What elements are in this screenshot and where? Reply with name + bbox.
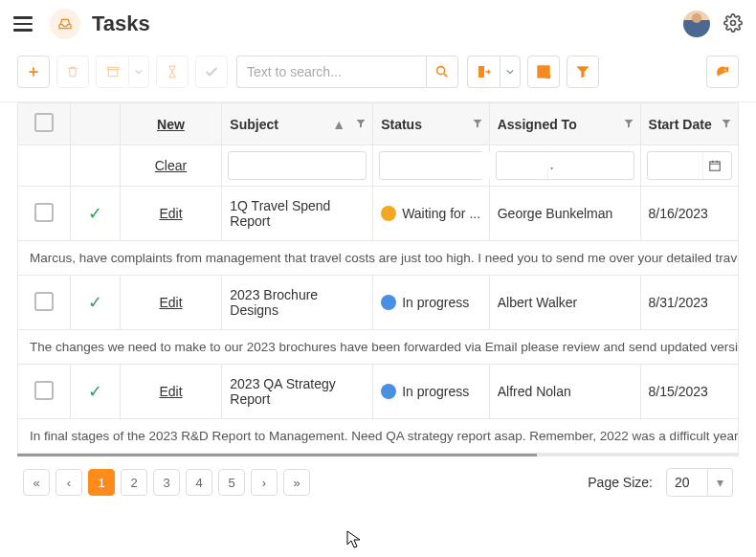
table-row: ✓ Edit 2023 Brochure Designs In progress… bbox=[18, 276, 739, 330]
filter-assigned-input[interactable] bbox=[502, 153, 628, 167]
cell-status: In progress bbox=[402, 295, 469, 310]
row-checkbox[interactable] bbox=[34, 203, 54, 222]
status-progress-icon bbox=[381, 295, 396, 310]
page-next-button[interactable]: › bbox=[251, 469, 278, 496]
cell-start-date: 8/15/2023 bbox=[640, 365, 738, 419]
cell-assigned: George Bunkelman bbox=[489, 187, 640, 241]
edit-link[interactable]: Edit bbox=[159, 384, 182, 399]
filter-icon[interactable] bbox=[623, 117, 634, 132]
cell-status: In progress bbox=[402, 384, 469, 399]
row-description: In final stages of the 2023 R&D Report t… bbox=[18, 419, 739, 454]
user-avatar[interactable] bbox=[683, 11, 710, 37]
cell-subject: 1Q Travel Spend Report bbox=[222, 187, 373, 241]
column-new[interactable]: New bbox=[120, 103, 222, 145]
filter-status-select[interactable]: ▾ bbox=[379, 151, 483, 180]
filter-icon[interactable] bbox=[472, 117, 483, 132]
settings-button[interactable] bbox=[723, 13, 743, 35]
status-check-icon: ✓ bbox=[88, 293, 102, 312]
column-select-all[interactable] bbox=[18, 103, 71, 145]
page-number-button[interactable]: 4 bbox=[186, 469, 212, 496]
pagesize-value[interactable]: 20 bbox=[666, 468, 708, 497]
cell-assigned: Alfred Nolan bbox=[489, 365, 640, 419]
search-button[interactable] bbox=[426, 56, 458, 88]
status-check-icon: ✓ bbox=[88, 204, 102, 223]
edit-link[interactable]: Edit bbox=[159, 295, 182, 310]
delete-button[interactable] bbox=[56, 56, 89, 88]
page-number-button[interactable]: 1 bbox=[88, 469, 115, 496]
table-row: ✓ Edit 1Q Travel Spend Report Waiting fo… bbox=[18, 187, 739, 241]
clear-filter-button[interactable]: Clear bbox=[155, 158, 187, 173]
add-button[interactable] bbox=[17, 56, 50, 88]
page-number-button[interactable]: 2 bbox=[121, 469, 147, 496]
filter-subject-input[interactable] bbox=[234, 153, 360, 167]
column-status[interactable]: Status bbox=[373, 103, 490, 145]
svg-rect-1 bbox=[108, 70, 117, 77]
page-first-button[interactable]: « bbox=[23, 469, 50, 496]
archive-dropdown[interactable] bbox=[128, 56, 149, 88]
cell-assigned: Albert Walker bbox=[489, 276, 640, 330]
filter-toggle-button[interactable] bbox=[567, 56, 599, 88]
sort-asc-icon: ▲ bbox=[332, 117, 345, 132]
cell-status: Waiting for ... bbox=[402, 206, 480, 221]
archive-button[interactable] bbox=[96, 56, 128, 88]
column-subject[interactable]: Subject ▲ bbox=[222, 103, 373, 145]
search-input[interactable] bbox=[236, 56, 426, 88]
status-check-icon: ✓ bbox=[88, 382, 102, 401]
page-number-button[interactable]: 3 bbox=[153, 469, 180, 496]
cell-subject: 2023 Brochure Designs bbox=[222, 276, 373, 330]
svg-rect-5 bbox=[709, 162, 720, 170]
status-progress-icon bbox=[381, 384, 396, 399]
cell-subject: 2023 QA Strategy Report bbox=[222, 365, 373, 419]
pagesize-label: Page Size: bbox=[588, 475, 653, 490]
column-assigned[interactable]: Assigned To bbox=[489, 103, 640, 145]
page-title: Tasks bbox=[92, 11, 150, 36]
svg-point-2 bbox=[437, 67, 445, 75]
filter-date-input[interactable] bbox=[647, 151, 732, 180]
cell-start-date: 8/31/2023 bbox=[640, 276, 738, 330]
filter-icon[interactable] bbox=[355, 117, 367, 132]
column-action bbox=[71, 103, 120, 145]
hourglass-button[interactable] bbox=[156, 56, 189, 88]
svg-point-4 bbox=[545, 74, 550, 78]
columns-button[interactable] bbox=[527, 56, 560, 88]
check-button[interactable] bbox=[195, 56, 228, 88]
refresh-button[interactable] bbox=[706, 56, 739, 88]
export-button[interactable] bbox=[467, 56, 500, 88]
tasks-icon bbox=[50, 9, 80, 39]
svg-point-0 bbox=[731, 20, 736, 25]
row-checkbox[interactable] bbox=[34, 292, 54, 311]
table-row: ✓ Edit 2023 QA Strategy Report In progre… bbox=[18, 365, 739, 419]
page-last-button[interactable]: » bbox=[283, 469, 310, 496]
export-dropdown[interactable] bbox=[500, 56, 521, 88]
cell-start-date: 8/16/2023 bbox=[640, 187, 738, 241]
page-number-button[interactable]: 5 bbox=[218, 469, 245, 496]
filter-icon[interactable] bbox=[721, 117, 732, 132]
status-waiting-icon bbox=[381, 206, 396, 221]
menu-button[interactable] bbox=[13, 12, 33, 35]
row-description: Marcus, have complaints from management … bbox=[18, 241, 739, 276]
page-prev-button[interactable]: ‹ bbox=[56, 469, 82, 496]
row-checkbox[interactable] bbox=[34, 381, 54, 400]
column-start-date[interactable]: Start Date bbox=[640, 103, 738, 145]
row-description: The changes we need to make to our 2023 … bbox=[18, 330, 739, 365]
edit-link[interactable]: Edit bbox=[159, 206, 182, 221]
pagesize-dropdown[interactable]: ▾ bbox=[708, 468, 733, 497]
